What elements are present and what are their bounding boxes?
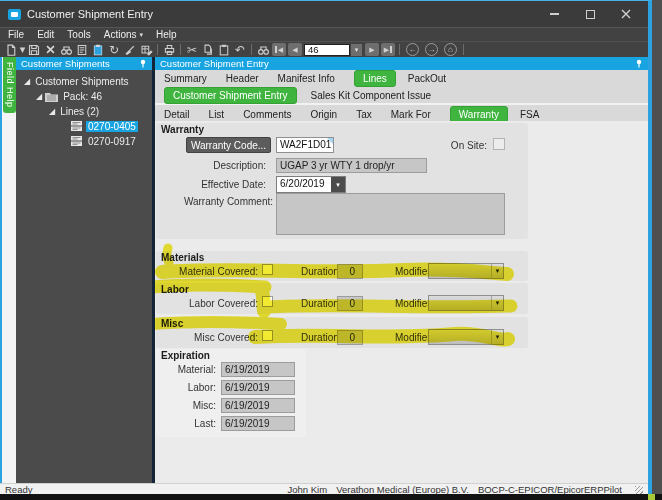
- tab-fsa[interactable]: FSA: [520, 109, 539, 120]
- expanded-triangle-icon[interactable]: ◢: [49, 108, 55, 116]
- misc-covered-checkbox[interactable]: [262, 330, 273, 341]
- warranty-group-label: Warranty: [161, 124, 204, 135]
- tree-node-lines[interactable]: ◢ Lines (2): [16, 104, 152, 119]
- paste-button[interactable]: [216, 43, 232, 57]
- date-dropdown-button[interactable]: ▾: [331, 177, 345, 192]
- record-number-input[interactable]: [304, 44, 350, 56]
- labor-modifier-dropdown[interactable]: ▾: [428, 295, 504, 311]
- previous-arrow-icon: ◀: [292, 46, 297, 54]
- content-panel: Customer Shipment Entry Summary Header M…: [155, 57, 648, 483]
- dropdown-caret-icon: ▾: [140, 31, 144, 38]
- forward-button[interactable]: →: [425, 43, 438, 56]
- tab-detail[interactable]: Detail: [164, 109, 190, 120]
- tree-node-root[interactable]: ◢ Customer Shipments: [16, 74, 152, 89]
- labor-duration-field: 0: [337, 296, 363, 311]
- grid-pencil-icon: [140, 44, 153, 56]
- app-icon: [8, 9, 21, 20]
- back-button[interactable]: ←: [406, 43, 419, 56]
- expanded-triangle-icon[interactable]: ◢: [36, 93, 42, 101]
- tree-node-label[interactable]: Lines (2): [58, 106, 101, 117]
- field-help-tab[interactable]: Field Help: [3, 57, 16, 113]
- effective-date-combo[interactable]: 6/20/2019 ▾: [276, 176, 346, 193]
- misc-modifier-dropdown[interactable]: ▾: [428, 329, 504, 345]
- warranty-code-button[interactable]: Warranty Code...: [186, 137, 271, 153]
- sheet-icon: [71, 136, 83, 147]
- tab-list[interactable]: List: [209, 109, 225, 120]
- close-button[interactable]: [620, 9, 632, 20]
- expiration-misc-field: 6/19/2019: [221, 398, 295, 413]
- previous-record-button[interactable]: ◀: [288, 43, 302, 56]
- tree-node-label-selected[interactable]: 0270-0405: [86, 121, 138, 132]
- undo-button[interactable]: ↶: [232, 43, 248, 57]
- clear-button[interactable]: [122, 43, 138, 57]
- material-duration-field: 0: [337, 264, 363, 279]
- resize-grip[interactable]: [635, 486, 643, 494]
- new-dropdown-caret-icon[interactable]: ▾: [19, 43, 26, 57]
- materials-group-label: Materials: [161, 252, 204, 263]
- memo-button[interactable]: [74, 43, 90, 57]
- date-caret-icon: ▾: [336, 181, 340, 189]
- menu-actions[interactable]: Actions▾: [104, 29, 143, 40]
- expiration-material-field: 6/19/2019: [221, 362, 295, 377]
- tab-packout[interactable]: PackOut: [408, 73, 446, 84]
- tree-node-label[interactable]: Pack: 46: [61, 91, 104, 102]
- cut-button[interactable]: ✂: [184, 43, 200, 57]
- minimize-button[interactable]: [548, 9, 560, 20]
- warranty-code-input[interactable]: WA2F1D01: [276, 137, 334, 153]
- tab-sales-kit-component-issue[interactable]: Sales Kit Component Issue: [311, 90, 432, 101]
- first-record-button[interactable]: ◀: [272, 43, 286, 56]
- next-record-button[interactable]: ▶: [365, 43, 379, 56]
- save-button[interactable]: [26, 43, 42, 57]
- modifier-caret-icon: ▾: [491, 296, 503, 310]
- record-dropdown-button[interactable]: ▾: [351, 44, 362, 56]
- refresh-button[interactable]: ↻: [106, 43, 122, 57]
- material-modifier-dropdown[interactable]: ▾: [428, 263, 504, 279]
- tab-mark-for[interactable]: Mark For: [391, 109, 431, 120]
- pin-icon[interactable]: [139, 59, 147, 68]
- onsite-checkbox[interactable]: [493, 138, 505, 150]
- copy-button[interactable]: [200, 43, 216, 57]
- tree-node-line-1[interactable]: 0270-0405: [16, 119, 152, 134]
- pin-icon[interactable]: [635, 59, 643, 68]
- delete-button[interactable]: [42, 43, 58, 57]
- tab-customer-shipment-entry[interactable]: Customer Shipment Entry: [164, 87, 297, 104]
- menu-file[interactable]: File: [8, 29, 24, 40]
- menu-edit[interactable]: Edit: [37, 29, 54, 40]
- grid-edit-button[interactable]: [138, 43, 154, 57]
- last-record-button[interactable]: ▶: [381, 43, 395, 56]
- tab-header[interactable]: Header: [226, 73, 259, 84]
- scissors-icon: ✂: [187, 44, 197, 56]
- description-field: UGAP 3 yr WTY 1 drop/yr: [276, 158, 427, 173]
- menu-help[interactable]: Help: [156, 29, 177, 40]
- tab-tax[interactable]: Tax: [356, 109, 372, 120]
- field-help-strip: Field Help: [0, 57, 16, 483]
- modifier-caret-icon: ▾: [491, 264, 503, 278]
- tab-origin[interactable]: Origin: [311, 109, 338, 120]
- find-button[interactable]: [255, 43, 271, 57]
- tree-node-pack[interactable]: ◢ Pack: 46: [16, 89, 152, 104]
- title-bar: Customer Shipment Entry: [0, 1, 648, 27]
- tree-node-label[interactable]: 0270-0917: [86, 136, 138, 147]
- home-button[interactable]: ⌂: [444, 43, 457, 56]
- maximize-icon: [586, 10, 595, 19]
- material-covered-checkbox[interactable]: [262, 264, 273, 275]
- menu-tools[interactable]: Tools: [67, 29, 90, 40]
- tree-node-line-2[interactable]: 0270-0917: [16, 134, 152, 149]
- warranty-comment-label: Warranty Comment:: [173, 196, 273, 207]
- labor-covered-checkbox[interactable]: [262, 296, 273, 307]
- save-icon: [28, 44, 40, 56]
- field-flag-icon: [327, 138, 333, 144]
- tab-manifest-info[interactable]: Manifest Info: [278, 73, 335, 84]
- tab-lines[interactable]: Lines: [354, 70, 396, 87]
- paste-special-button[interactable]: [90, 43, 106, 57]
- maximize-button[interactable]: [584, 9, 596, 20]
- search-button[interactable]: [58, 43, 74, 57]
- warranty-form: Warranty Warranty Code... WA2F1D01 On Si…: [155, 121, 648, 483]
- tree-node-label[interactable]: Customer Shipments: [33, 76, 130, 87]
- material-duration-label: Duration:: [301, 266, 342, 277]
- print-button[interactable]: [161, 43, 177, 57]
- tab-summary[interactable]: Summary: [164, 73, 207, 84]
- new-button[interactable]: [3, 43, 19, 57]
- tab-comments[interactable]: Comments: [243, 109, 291, 120]
- expanded-triangle-icon[interactable]: ◢: [24, 78, 30, 86]
